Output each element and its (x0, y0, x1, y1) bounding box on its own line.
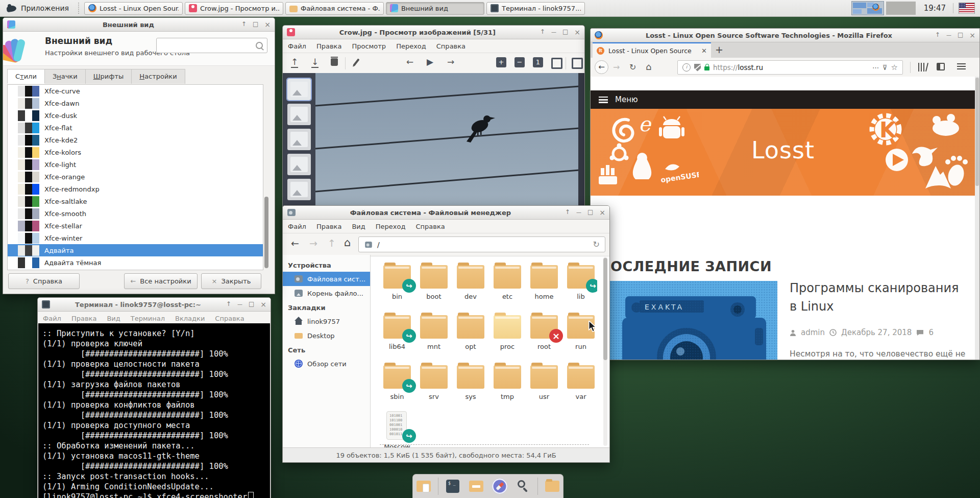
workspace-pager[interactable] (851, 1, 884, 15)
thumbnail[interactable] (287, 104, 311, 125)
terminal-output[interactable]: :: Приступить к установке? [Y/n] (1/1) п… (38, 323, 270, 498)
theme-row-Xfce-dusk[interactable]: Xfce-dusk (8, 109, 263, 122)
file-item-etc[interactable]: etc (489, 262, 526, 312)
sidebar-item-linok9757[interactable]: linok9757 (283, 314, 370, 328)
file-item-Moscow[interactable]: 101001 101100 001001 100010 001011↪Mosco… (379, 412, 415, 448)
keyboard-layout-us-flag-icon[interactable] (959, 3, 975, 14)
menu-item-Вкладки[interactable]: Вкладки (175, 315, 205, 322)
taskbar-button[interactable]: Терминал - linok9757... (486, 2, 585, 15)
file-item-boot[interactable]: boot (415, 262, 452, 312)
back-button[interactable]: ← (595, 60, 608, 74)
taskbar-button[interactable]: Внешний вид (386, 2, 484, 15)
theme-row-Xfce-kde2[interactable]: Xfce-kde2 (8, 134, 263, 146)
zoom-in-icon[interactable]: + (496, 57, 506, 67)
menu-item-Правка[interactable]: Правка (316, 42, 341, 50)
refresh-icon[interactable]: ↻ (593, 240, 600, 249)
edit-pencil-icon[interactable] (353, 58, 359, 66)
menu-item-Терминал[interactable]: Терминал (131, 315, 165, 322)
maximize-button[interactable] (562, 29, 568, 36)
maximize-button[interactable] (253, 21, 258, 28)
tab-close-icon[interactable]: ✕ (701, 47, 707, 55)
article-title[interactable]: Программы сканирования в Linux (790, 279, 969, 316)
fullscreen-icon[interactable] (572, 58, 583, 69)
theme-row-Xfce-redmondxp[interactable]: Xfce-redmondxp (8, 183, 263, 195)
reload-button[interactable]: ↻ (629, 62, 636, 72)
sidebar-item-Файловая сист...[interactable]: Файловая сист... (283, 272, 370, 286)
slideshow-play-icon[interactable]: ▶ (427, 58, 433, 66)
file-item-lib64[interactable]: ↪lib64 (379, 312, 415, 362)
menu-item-Правка[interactable]: Правка (316, 223, 341, 230)
image-viewer-titlebar[interactable]: Crow.jpg - Просмотр изображений [5/31] (283, 26, 584, 39)
file-item-home[interactable]: home (526, 262, 562, 312)
menu-item-Просмотр[interactable]: Просмотр (352, 42, 386, 50)
url-bar[interactable]: i https://losst.ru ⋯ ⊽ ☆ (677, 60, 903, 75)
grid-scrollbar[interactable] (603, 257, 607, 446)
scrollbar-thumb[interactable] (264, 197, 268, 268)
thumbnail[interactable] (287, 129, 311, 150)
save-icon[interactable]: ↓ (311, 58, 318, 68)
close-button[interactable] (599, 209, 605, 216)
theme-row-Адвайта[interactable]: Адвайта (8, 244, 263, 256)
menu-item-Справка[interactable]: Справка (215, 315, 244, 322)
library-icon[interactable] (918, 63, 926, 72)
menu-item-Справка[interactable]: Справка (436, 42, 465, 50)
all-settings-button[interactable]: ←Все настройки (124, 273, 198, 289)
zoom-out-icon[interactable]: − (514, 57, 525, 67)
theme-row-Xfce-smooth[interactable]: Xfce-smooth (8, 207, 263, 220)
file-item-root[interactable]: ×root (526, 312, 562, 362)
tab-Стили[interactable]: Стили (7, 69, 45, 84)
shade-button[interactable] (540, 29, 545, 36)
menu-item-Файл[interactable]: Файл (288, 223, 306, 230)
firefox-titlebar[interactable]: Losst - Linux Open Source Software Techn… (591, 29, 979, 42)
article-image[interactable]: EXAKTA (610, 281, 777, 360)
pocket-icon[interactable]: ⊽ (883, 64, 888, 72)
export-icon[interactable]: ↑ (291, 58, 298, 68)
file-item-tmp[interactable]: tmp (489, 362, 526, 412)
menu-item-Вид[interactable]: Вид (352, 223, 365, 230)
scrollbar-thumb[interactable] (603, 258, 607, 360)
taskbar-button[interactable]: Losst - Linux Open Sour... (84, 2, 183, 15)
sidebar-item-Desktop[interactable]: Desktop (283, 328, 370, 343)
file-item-lib[interactable]: ↪lib (562, 262, 597, 312)
help-button[interactable]: ?Справка (8, 273, 80, 289)
close-button[interactable] (260, 301, 266, 308)
file-item-mnt[interactable]: mnt (415, 312, 452, 362)
tracking-protection-icon[interactable] (694, 64, 701, 72)
thumbnail-selected[interactable] (287, 79, 311, 100)
file-item-sys[interactable]: sys (452, 362, 489, 412)
close-button[interactable] (574, 29, 580, 36)
page-actions-icon[interactable]: ⋯ (872, 64, 879, 72)
dock-search-icon[interactable] (514, 477, 532, 495)
sidebar-item-Обзор сети[interactable]: Обзор сети (283, 357, 370, 371)
shade-button[interactable] (565, 209, 570, 216)
path-text[interactable]: / (377, 241, 589, 249)
file-item-usr[interactable]: usr (526, 362, 562, 412)
shade-button[interactable] (241, 21, 247, 28)
file-item-opt[interactable]: opt (452, 312, 489, 362)
thumbnail[interactable] (287, 154, 311, 175)
home-button[interactable]: ⌂ (344, 236, 351, 249)
minimize-button[interactable] (576, 209, 581, 216)
thumbnail[interactable] (287, 179, 311, 200)
site-info-icon[interactable]: i (682, 63, 691, 72)
search-input[interactable] (156, 38, 267, 53)
sidebar-item-Корень файло...[interactable]: Корень файло... (283, 286, 370, 300)
shade-button[interactable] (935, 32, 940, 39)
theme-list-scrollbar[interactable] (264, 85, 268, 269)
tab-Шрифты[interactable]: Шрифты (85, 69, 132, 84)
forward-button[interactable]: → (309, 238, 317, 249)
up-button[interactable]: ↑ (328, 238, 336, 249)
file-item-proc[interactable]: proc (489, 312, 526, 362)
article-comments-count[interactable]: 6 (928, 328, 934, 337)
file-manager-titlebar[interactable]: Файловая система - Файловый менеджер (283, 206, 609, 220)
site-banner[interactable]: e openSUSE K (591, 109, 975, 196)
minimize-button[interactable] (237, 301, 242, 308)
theme-row-Xfce-kolors[interactable]: Xfce-kolors (8, 146, 263, 158)
file-item-dev[interactable]: dev (452, 262, 489, 312)
plain-folder-icon[interactable] (543, 477, 561, 495)
documents-folder-icon[interactable] (414, 477, 433, 495)
terminal-titlebar[interactable]: Терминал - linok9757@losst-pc:~ (38, 298, 271, 312)
site-menu-bar[interactable]: Меню (591, 90, 975, 109)
new-tab-button[interactable]: + (715, 44, 723, 55)
menu-item-Файл[interactable]: Файл (288, 42, 306, 50)
